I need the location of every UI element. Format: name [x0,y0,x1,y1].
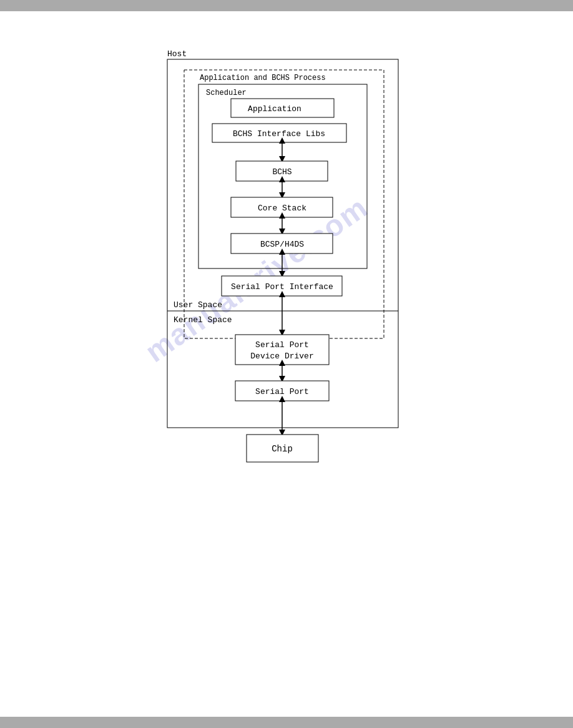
app-process-label: Application and BCHS Process [200,74,326,82]
bcsp-text: BCSP/H4DS [260,240,304,249]
host-label: Host [167,49,187,59]
serial-port-device-driver-text1: Serial Port [255,340,309,350]
core-stack-text: Core Stack [258,204,306,213]
bchs-text: BCHS [272,167,291,177]
serial-port-device-driver-text2: Device Driver [250,352,313,361]
serial-port-interface-text: Serial Port Interface [231,282,333,292]
application-text: Application [248,104,301,114]
user-space-label: User Space [174,300,222,310]
bchs-interface-text: BCHS Interface Libs [233,129,325,139]
chip-text: Chip [272,444,293,454]
kernel-space-label: Kernel Space [174,315,232,325]
diagram-svg: Host Application and BCHS Process Schedu… [0,0,573,728]
serial-port-text: Serial Port [255,387,309,396]
scheduler-label: Scheduler [206,89,247,97]
